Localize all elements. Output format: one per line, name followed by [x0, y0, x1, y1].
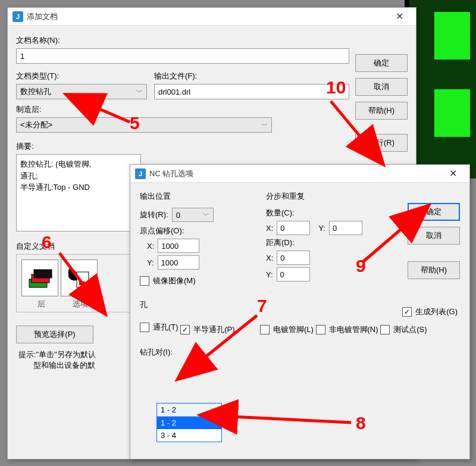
custom-doc-label: 自定义文档	[16, 241, 141, 252]
unplated-label: 非电镀管脚(N)	[329, 324, 378, 335]
plated-label: 电镀管脚(L)	[273, 324, 314, 335]
doc-type-value: 数控钻孔	[20, 86, 51, 97]
origin-offset-label: 原点偏移(O):	[140, 226, 259, 236]
layers-icon	[26, 264, 54, 292]
close-icon[interactable]: ✕	[387, 8, 411, 25]
chevron-down-icon: ﹀	[136, 87, 143, 96]
doc-name-value: 1	[20, 52, 24, 61]
close-icon[interactable]: ✕	[441, 165, 465, 182]
svg-rect-2	[34, 270, 52, 278]
y-label: Y:	[147, 258, 154, 267]
y-label: Y:	[318, 224, 325, 233]
summary-line: 半导通孔:Top - GND	[20, 182, 137, 193]
app-icon: J	[12, 11, 23, 22]
gen-list-checkbox[interactable]: 生成列表(G)	[402, 307, 458, 317]
app-icon: J	[135, 168, 146, 179]
rotate-combo[interactable]: 0 ﹀	[172, 208, 214, 222]
cancel-button[interactable]: 取消	[408, 227, 460, 245]
plated-pin-checkbox[interactable]: 电镀管脚(L)	[260, 324, 314, 335]
titlebar: J NC 钻孔选项 ✕	[130, 165, 469, 183]
svg-rect-4	[79, 282, 85, 285]
count-x-input[interactable]: 0	[277, 221, 310, 235]
drill-pair-option[interactable]: 1 - 2	[157, 417, 221, 429]
origin-x-value: 1000	[161, 242, 178, 251]
dist-x-input[interactable]: 0	[277, 251, 310, 265]
titlebar: J 添加文档 ✕	[8, 8, 416, 26]
pcb-ref-text: 1N0037	[450, 29, 457, 49]
output-file-label: 输出文件(F):	[154, 71, 349, 82]
mirror-checkbox[interactable]: 镜像图像(M)	[140, 276, 196, 286]
run-button[interactable]: 运行(R)	[355, 134, 408, 152]
x-label: X:	[266, 254, 273, 262]
ok-button[interactable]: 确定	[355, 54, 408, 72]
layers-button[interactable]	[21, 259, 58, 296]
drill-pair-dropdown[interactable]: 1 - 2 ﹀ 1 - 2 3 - 4	[156, 403, 222, 442]
options-button[interactable]	[61, 259, 98, 296]
pcb-ref-text: 1N0037	[450, 106, 457, 127]
ok-button[interactable]: 确定	[408, 203, 460, 221]
options-caption: 选项	[61, 299, 100, 309]
count-y-input[interactable]: 0	[329, 221, 362, 235]
fab-layer-value: <未分配>	[20, 120, 52, 130]
drill-pair-label: 钻孔对(I):	[140, 347, 253, 358]
svg-rect-3	[77, 272, 89, 287]
help-button[interactable]: 帮助(H)	[355, 102, 408, 120]
hint-line: 型和输出设备的默	[33, 361, 95, 370]
drill-pair-selected[interactable]: 1 - 2 ﹀	[157, 404, 221, 417]
output-file-input[interactable]: drl001.drl	[154, 84, 349, 99]
doc-name-input[interactable]: 1	[16, 48, 349, 64]
distance-label: 距离(D):	[266, 237, 382, 248]
help-button[interactable]: 帮助(H)	[408, 261, 460, 279]
hand-document-icon	[65, 264, 93, 292]
chevron-down-icon: ﹀	[211, 405, 218, 414]
layers-caption: 层	[21, 299, 61, 309]
window-title: 添加文档	[27, 11, 387, 22]
unplated-pin-checkbox[interactable]: 非电镀管脚(N)	[316, 324, 378, 335]
drill-pair-option[interactable]: 3 - 4	[157, 429, 221, 442]
chevron-down-icon: ﹀	[203, 211, 209, 220]
doc-type-label: 文档类型(T):	[16, 71, 147, 82]
origin-x-input[interactable]: 1000	[158, 239, 199, 253]
output-file-value: drl001.drl	[158, 87, 190, 96]
summary-text: 数控钻孔: (电镀管脚, 通孔; 半导通孔:Top - GND	[16, 154, 141, 232]
output-position-group: 输出位置	[140, 191, 259, 202]
hint-line: 提示:"单击"另存为默认	[18, 350, 96, 359]
drill-pair-selected-value: 1 - 2	[161, 405, 176, 414]
doc-type-combo[interactable]: 数控钻孔 ﹀	[16, 84, 147, 99]
x-label: X:	[147, 242, 154, 251]
dist-x-value: 0	[280, 254, 284, 262]
summary-line: 数控钻孔: (电镀管脚,	[20, 158, 137, 170]
through-label: 通孔(T)	[153, 322, 178, 333]
count-y-value: 0	[333, 224, 337, 233]
dist-y-input[interactable]: 0	[277, 267, 310, 282]
mirror-label: 镜像图像(M)	[153, 276, 196, 286]
origin-y-input[interactable]: 1000	[158, 255, 199, 270]
preview-select-button[interactable]: 预览选择(P)	[16, 326, 93, 343]
rotate-value: 0	[176, 211, 180, 220]
step-repeat-group: 分步和重复	[266, 191, 382, 202]
through-hole-checkbox[interactable]: 通孔(T)	[140, 322, 178, 333]
summary-line: 通孔;	[20, 170, 137, 182]
window-title: NC 钻孔选项	[149, 168, 441, 179]
testpoint-checkbox[interactable]: 测试点(S)	[380, 324, 427, 335]
nc-drill-options-dialog: J NC 钻孔选项 ✕ 输出位置 旋转(R): 0 ﹀ 原点偏移(O): X: …	[130, 164, 470, 459]
y-label: Y:	[266, 270, 273, 279]
x-label: X:	[266, 224, 273, 233]
partial-via-checkbox[interactable]: 半导通孔(P)	[180, 324, 234, 335]
gen-list-label: 生成列表(G)	[415, 307, 458, 317]
fab-layer-label: 制造层:	[16, 104, 408, 115]
count-x-value: 0	[280, 224, 284, 233]
chevron-down-icon: ﹀	[261, 121, 268, 130]
count-label: 数量(C):	[266, 208, 382, 218]
rotate-label: 旋转(R):	[140, 209, 168, 220]
fab-layer-combo[interactable]: <未分配> ﹀	[16, 117, 272, 133]
partial-label: 半导通孔(P)	[193, 324, 234, 335]
cancel-button[interactable]: 取消	[355, 78, 408, 96]
origin-y-value: 1000	[161, 258, 178, 267]
testpoint-label: 测试点(S)	[393, 324, 427, 335]
doc-name-label: 文档名称(N):	[16, 35, 408, 46]
dist-y-value: 0	[280, 270, 284, 279]
summary-label: 摘要:	[16, 141, 408, 152]
